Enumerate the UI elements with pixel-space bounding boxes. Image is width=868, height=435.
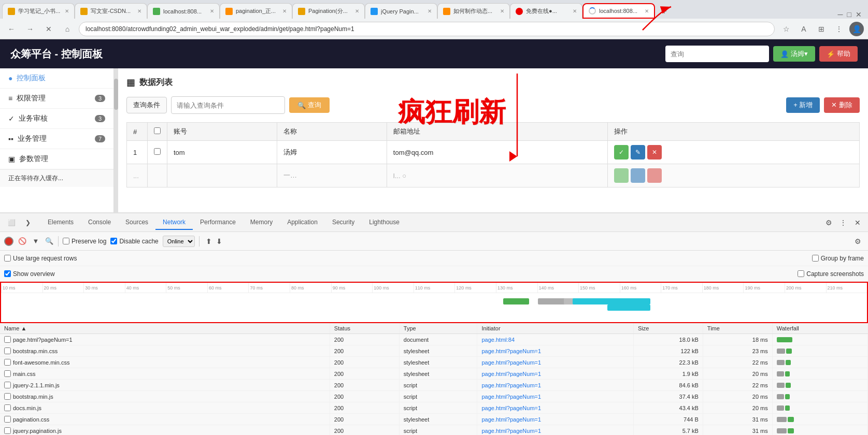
sidebar-item-audit[interactable]: ✓ 业务审核 3: [0, 109, 113, 129]
record-button[interactable]: [4, 237, 13, 246]
net-row-checkbox[interactable]: [4, 359, 11, 366]
edit-button[interactable]: ✎: [631, 145, 645, 160]
net-row-checkbox[interactable]: [4, 404, 11, 411]
network-row[interactable]: bootstrap.min.css200stylesheetpage.html?…: [0, 345, 868, 357]
back-button[interactable]: ←: [4, 22, 19, 36]
net-row-checkbox[interactable]: [4, 393, 11, 400]
devtools-console-panel-btn[interactable]: ❯: [21, 215, 35, 230]
disable-cache-checkbox[interactable]: [110, 238, 117, 244]
forward-button[interactable]: →: [23, 22, 37, 36]
net-col-status[interactable]: Status: [330, 323, 399, 334]
query-input[interactable]: [171, 96, 285, 114]
tab-memory[interactable]: Memory: [243, 215, 280, 230]
tab-4[interactable]: pagination_正... ✕: [220, 3, 292, 19]
tab-1[interactable]: 学习笔记_小书... ✕: [2, 3, 75, 19]
help-button[interactable]: ⚡ 帮助: [819, 46, 858, 62]
network-row[interactable]: jquery.pagination.js200scriptpage.html?p…: [0, 425, 868, 436]
home-button[interactable]: ⌂: [60, 22, 75, 36]
net-row-checkbox[interactable]: [4, 336, 11, 343]
new-tab-button[interactable]: +: [657, 4, 672, 19]
net-cell-initiator[interactable]: page.html?pageNum=1: [477, 425, 633, 436]
tab-6[interactable]: jQuery Pagin... ✕: [365, 3, 437, 19]
net-row-checkbox[interactable]: [4, 370, 11, 377]
tab-5[interactable]: Pagination(分... ✕: [292, 3, 365, 19]
net-cell-initiator[interactable]: page.html?pageNum=1: [477, 380, 633, 391]
network-row[interactable]: main.css200stylesheetpage.html?pageNum=1…: [0, 368, 868, 380]
net-cell-initiator[interactable]: page.html?pageNum=1: [477, 414, 633, 425]
net-cell-initiator[interactable]: page.html?pageNum=1: [477, 345, 633, 357]
network-row[interactable]: font-awesome.min.css200stylesheetpage.ht…: [0, 357, 868, 368]
large-rows-checkbox[interactable]: [4, 255, 11, 262]
translate-button[interactable]: A: [796, 22, 811, 36]
tab-close-7[interactable]: ✕: [500, 8, 504, 14]
net-row-checkbox[interactable]: [4, 382, 11, 388]
tab-close-9[interactable]: ✕: [645, 8, 649, 14]
network-row[interactable]: bootstrap.min.js200scriptpage.html?pageN…: [0, 391, 868, 402]
tab-sources[interactable]: Sources: [118, 215, 155, 230]
net-row-checkbox[interactable]: [4, 416, 11, 423]
preserve-log-label[interactable]: Preserve log: [63, 238, 106, 245]
devtools-close-button[interactable]: ✕: [851, 216, 864, 229]
view-button-2[interactable]: [614, 168, 629, 183]
search-input[interactable]: [665, 46, 769, 62]
show-overview-label[interactable]: Show overview: [4, 270, 55, 278]
net-col-waterfall[interactable]: Waterfall: [772, 323, 867, 334]
filter-button[interactable]: ▼: [31, 237, 40, 246]
minimize-button[interactable]: ─: [838, 10, 843, 19]
tab-lighthouse[interactable]: Lighthouse: [362, 215, 407, 230]
large-rows-label[interactable]: Use large request rows: [4, 255, 77, 262]
delete-button[interactable]: ✕ 删除: [824, 97, 860, 113]
clear-button[interactable]: 🚫: [18, 237, 27, 246]
tab-elements[interactable]: Elements: [40, 215, 81, 230]
tab-console[interactable]: Console: [81, 215, 118, 230]
network-row[interactable]: docs.min.js200scriptpage.html?pageNum=14…: [0, 402, 868, 414]
sidebar-item-business[interactable]: ▪▪ 业务管理 7: [0, 129, 113, 149]
import-button[interactable]: ⬆: [206, 237, 212, 245]
network-settings-icon[interactable]: ⚙: [851, 235, 864, 248]
show-overview-checkbox[interactable]: [4, 270, 11, 277]
tab-close-8[interactable]: ✕: [573, 8, 577, 14]
group-by-frame-label[interactable]: Group by frame: [812, 255, 864, 262]
net-cell-initiator[interactable]: page.html?pageNum=1: [477, 402, 633, 414]
net-col-size[interactable]: Size: [633, 323, 703, 334]
tab-close-6[interactable]: ✕: [428, 8, 432, 14]
tab-close-3[interactable]: ✕: [210, 8, 214, 14]
sidebar-scrollbar[interactable]: [114, 68, 118, 212]
tab-7[interactable]: 如何制作动态... ✕: [437, 3, 510, 19]
reload-button[interactable]: ✕: [41, 22, 56, 36]
select-all-checkbox[interactable]: [154, 127, 161, 134]
tab-application[interactable]: Application: [280, 215, 325, 230]
tab-security[interactable]: Security: [325, 215, 362, 230]
devtools-elements-panel-btn[interactable]: ⬜: [4, 215, 19, 230]
maximize-button[interactable]: □: [847, 10, 851, 19]
tab-close-2[interactable]: ✕: [137, 8, 141, 14]
tab-2[interactable]: 写文室-CSDN... ✕: [75, 3, 147, 19]
net-cell-initiator[interactable]: page.html?pageNum=1: [477, 391, 633, 402]
group-by-frame-checkbox[interactable]: [812, 255, 819, 262]
tab-performance[interactable]: Performance: [193, 215, 243, 230]
net-cell-initiator[interactable]: page.html?pageNum=1: [477, 357, 633, 368]
add-button[interactable]: + 新增: [786, 97, 820, 113]
disable-cache-label[interactable]: Disable cache: [110, 238, 158, 245]
net-row-checkbox[interactable]: [4, 347, 11, 354]
capture-screenshots-checkbox[interactable]: [798, 270, 804, 277]
address-input[interactable]: [79, 22, 775, 36]
throttle-select[interactable]: Online: [163, 236, 195, 247]
profile-button[interactable]: 👤: [849, 22, 864, 36]
network-row[interactable]: page.html?pageNum=1200documentpage.html:…: [0, 334, 868, 345]
tab-close-1[interactable]: ✕: [65, 8, 69, 14]
network-table-container[interactable]: Name ▲ Status Type Initiator: [0, 323, 868, 435]
export-button[interactable]: ⬇: [216, 237, 222, 245]
devtools-settings-icon[interactable]: ⚙: [822, 216, 835, 229]
net-cell-initiator[interactable]: page.html:84: [477, 334, 633, 345]
settings-button[interactable]: ⋮: [832, 22, 846, 36]
delete-row-button[interactable]: ✕: [647, 145, 662, 160]
net-cell-initiator[interactable]: page.html?pageNum=1: [477, 368, 633, 380]
tab-network[interactable]: Network: [155, 215, 193, 230]
devtools-more-icon[interactable]: ⋮: [837, 216, 849, 229]
net-row-checkbox[interactable]: [4, 427, 11, 434]
row-checkbox[interactable]: [154, 148, 161, 155]
tab-close-5[interactable]: ✕: [355, 8, 359, 14]
network-row[interactable]: jquery-2.1.1.min.js200scriptpage.html?pa…: [0, 380, 868, 391]
bookmark-button[interactable]: ☆: [779, 22, 793, 36]
